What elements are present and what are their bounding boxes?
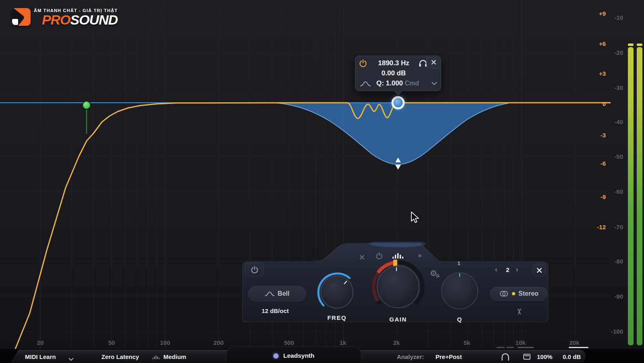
output-level-meters <box>628 44 642 345</box>
svg-text:-6: -6 <box>601 160 606 167</box>
power-icon <box>359 59 367 67</box>
svg-text:-3: -3 <box>601 132 606 139</box>
svg-text:20k: 20k <box>569 339 580 346</box>
prosound-logo-icon <box>11 8 31 26</box>
frequency-scale: 20 50 100 200 500 1k 2k 5k 10k 20k <box>37 339 580 346</box>
svg-text:0: 0 <box>603 100 606 107</box>
plugin-window: +9 +6 +3 0 -3 -6 -9 -12 -10 -20 -30 -40 … <box>0 0 644 363</box>
display-range-scrollbar[interactable] <box>496 347 588 348</box>
band-control-panel: » Bell 12 dB/oct FREQ GAIN ⚙⚙ 1 <box>242 242 548 322</box>
svg-text:-12: -12 <box>597 224 606 230</box>
svg-text:+3: +3 <box>599 70 606 77</box>
slope-value[interactable]: 12 dB/oct <box>262 307 302 314</box>
logo-pro: PRO <box>42 12 70 27</box>
svg-text:-10: -10 <box>614 14 623 21</box>
q-knob-label: Q <box>436 316 484 323</box>
svg-text:100: 100 <box>160 339 170 346</box>
svg-text:1k: 1k <box>340 339 347 346</box>
shape-select[interactable]: Bell <box>248 286 306 301</box>
display-toggle-icon <box>523 354 530 360</box>
band-q-value: Q: 1.000 <box>376 79 403 87</box>
split-band-button[interactable]: ✂ <box>514 309 524 315</box>
double-chevron-icon: » <box>418 251 421 259</box>
band-power-button[interactable] <box>245 263 264 276</box>
close-icon <box>359 255 365 260</box>
preset-selector[interactable]: Leadsynth <box>226 346 361 363</box>
stereo-mode-value: Stereo <box>518 290 539 297</box>
analyzer-label: Analyzer: <box>397 350 424 363</box>
gain-scale: +9 +6 +3 0 -3 -6 -9 -12 <box>597 10 606 230</box>
svg-text:2k: 2k <box>393 339 400 346</box>
band-frequency-value: 1890.3 Hz <box>370 59 417 67</box>
svg-text:200: 200 <box>213 339 223 346</box>
stereo-placement-select[interactable]: Stereo <box>490 287 547 301</box>
latency-mode-button[interactable]: Zero Latency <box>101 350 139 363</box>
dynamic-gain-marker[interactable] <box>393 260 397 266</box>
chevron-down-icon <box>431 82 437 85</box>
analyzer-scale: -10 -20 -30 -40 -50 -60 -70 -80 -90 -100 <box>611 14 623 335</box>
output-gain-button[interactable]: 0.0 dB <box>563 350 581 363</box>
mouse-cursor <box>411 212 419 222</box>
scissors-icon: ✂ <box>515 309 524 315</box>
panel-tab-analyzer-button[interactable] <box>392 251 405 259</box>
svg-text:50: 50 <box>108 339 115 346</box>
prev-band-button[interactable]: ‹ <box>495 266 497 273</box>
freq-knob[interactable] <box>315 270 359 314</box>
midi-learn-dropdown[interactable] <box>68 355 74 363</box>
band-number: 2 <box>506 266 509 273</box>
analyzer-resolution-icon-wrap <box>152 354 160 361</box>
output-meter-left <box>628 47 634 345</box>
q-knob[interactable] <box>438 269 482 313</box>
svg-text:-50: -50 <box>614 153 623 160</box>
power-icon <box>251 266 258 274</box>
analyzer-bars-icon <box>152 355 160 360</box>
svg-text:-20: -20 <box>614 49 623 56</box>
band-q-row: Q: 1.000 Cmd <box>367 79 428 87</box>
headphones-icon <box>501 353 510 361</box>
zoom-level-button[interactable]: 100% <box>537 350 552 363</box>
svg-text:20: 20 <box>37 339 44 346</box>
band-enable-button[interactable] <box>359 59 367 68</box>
gain-knob[interactable] <box>370 259 426 315</box>
panel-tab-close-button[interactable] <box>357 253 367 261</box>
svg-text:-90: -90 <box>614 293 623 300</box>
svg-text:-60: -60 <box>614 188 623 195</box>
band-expand-button[interactable] <box>431 81 438 85</box>
prosound-logo: ÂM THANH CHẤT - GIÁ TRỊ THẬT PROSOUND <box>11 8 118 26</box>
stereo-circles-icon <box>499 290 509 297</box>
close-icon <box>431 60 436 65</box>
band1-node[interactable] <box>83 101 91 109</box>
chevron-down-icon <box>68 358 74 361</box>
shape-value: Bell <box>278 290 289 297</box>
meter-peak-right <box>637 44 642 46</box>
band-gain-value: 0.00 dB <box>370 69 417 77</box>
midi-enable-button[interactable] <box>501 353 510 362</box>
freq-knob-label: FREQ <box>313 314 361 321</box>
svg-text:10k: 10k <box>515 339 526 346</box>
output-meter-right <box>637 47 642 345</box>
band-close-button[interactable] <box>426 56 441 68</box>
svg-text:-40: -40 <box>614 118 623 125</box>
svg-text:+9: +9 <box>599 10 606 17</box>
gain-knob-label: GAIN <box>374 316 422 323</box>
modifier-hint: Cmd <box>405 80 419 87</box>
q-knob-top-value: 1 <box>455 260 463 266</box>
stereo-active-dot <box>512 292 515 295</box>
next-band-button[interactable]: › <box>516 266 518 273</box>
svg-text:-30: -30 <box>614 84 623 91</box>
preset-color-dot <box>273 353 279 359</box>
logo-wordmark: PROSOUND <box>42 13 118 26</box>
analyzer-mode-button[interactable]: Pre+Post <box>436 350 462 363</box>
band-tooltip: 1890.3 Hz 0.00 dB Q: 1.000 Cmd <box>355 56 441 91</box>
panel-close-button[interactable] <box>533 264 546 276</box>
meter-peak-left <box>628 44 634 46</box>
dynamic-range-handle-down[interactable] <box>395 165 401 170</box>
midi-learn-button[interactable]: MIDI Learn <box>25 350 56 363</box>
bell-shape-icon <box>265 291 275 296</box>
display-size-button[interactable] <box>523 354 530 361</box>
svg-text:+6: +6 <box>599 40 606 47</box>
analyzer-resolution-button[interactable]: Medium <box>163 350 186 363</box>
svg-text:5k: 5k <box>464 339 471 346</box>
band2-node[interactable] <box>392 97 404 108</box>
svg-text:-80: -80 <box>614 258 623 265</box>
